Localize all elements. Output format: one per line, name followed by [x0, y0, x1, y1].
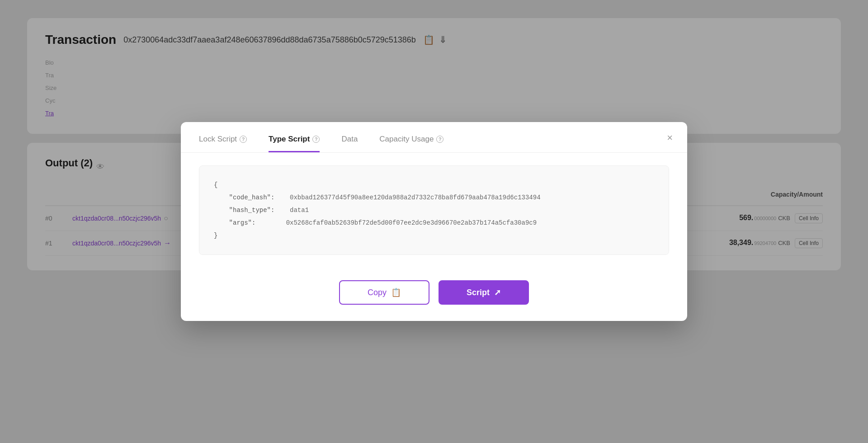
hash-type-value: data1 [290, 207, 309, 214]
tab-capacity-usage-label: Capacity Usage [379, 135, 434, 144]
copy-button[interactable]: Copy 📋 [339, 280, 429, 305]
external-link-icon: ➚ [494, 287, 501, 297]
capacity-usage-help-icon[interactable]: ? [436, 136, 443, 143]
tab-lock-script[interactable]: Lock Script ? [199, 135, 247, 152]
open-brace: { [214, 181, 217, 189]
tab-type-script-label: Type Script [269, 135, 310, 144]
tab-lock-script-label: Lock Script [199, 135, 237, 144]
args-key: "args": [229, 219, 256, 226]
args-value: 0x5268cfaf0ab52639bf72de5d00f07ee2dc9e3d… [286, 219, 537, 226]
script-button[interactable]: Script ➚ [439, 280, 529, 305]
tab-data-label: Data [341, 135, 358, 144]
code-hash-value: 0xbbad126377d45f90a8ee120da988a2d7332c78… [290, 194, 541, 201]
code-hash-key: "code_hash": [229, 194, 275, 201]
modal-body: { "code_hash": 0xbbad126377d45f90a8ee120… [181, 153, 687, 280]
tab-data[interactable]: Data [341, 135, 358, 152]
close-brace: } [214, 232, 217, 239]
type-script-help-icon[interactable]: ? [312, 136, 320, 143]
lock-script-help-icon[interactable]: ? [240, 136, 247, 143]
copy-button-icon: 📋 [391, 287, 401, 297]
script-button-label: Script [467, 288, 490, 297]
modal: Lock Script ? Type Script ? Data Capacit… [181, 122, 687, 321]
hash-type-key: "hash_type": [229, 207, 275, 214]
tab-capacity-usage[interactable]: Capacity Usage ? [379, 135, 443, 152]
modal-tabs: Lock Script ? Type Script ? Data Capacit… [181, 122, 687, 153]
modal-overlay[interactable]: Lock Script ? Type Script ? Data Capacit… [0, 0, 868, 443]
code-block: { "code_hash": 0xbbad126377d45f90a8ee120… [199, 165, 669, 255]
copy-button-label: Copy [368, 288, 387, 297]
tab-type-script[interactable]: Type Script ? [269, 135, 320, 152]
close-button[interactable]: × [667, 133, 673, 143]
modal-actions: Copy 📋 Script ➚ [181, 280, 687, 321]
